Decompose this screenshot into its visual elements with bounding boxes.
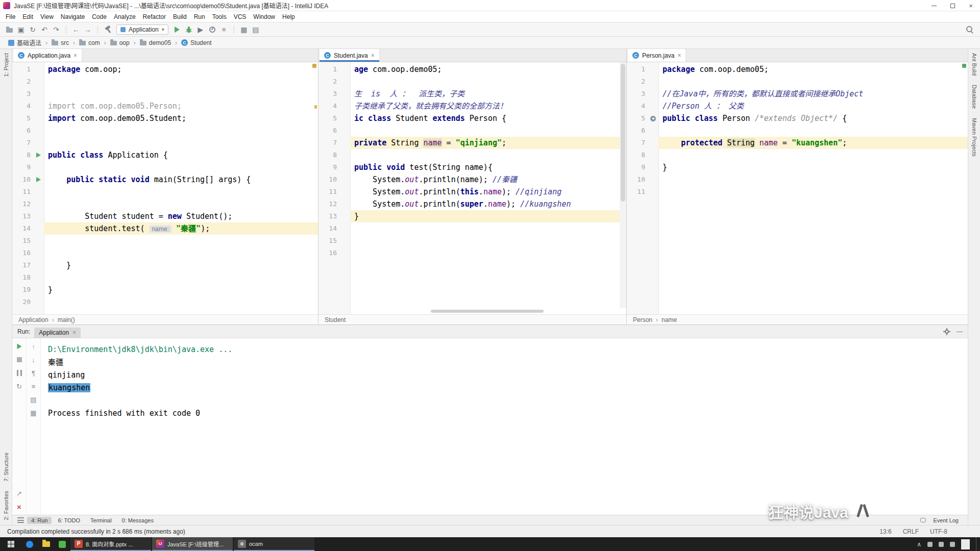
tool-window-button-terminal[interactable]: Terminal bbox=[86, 517, 116, 524]
soft-wrap-icon[interactable]: ¶ bbox=[30, 369, 38, 377]
taskbar-explorer-icon[interactable] bbox=[38, 537, 54, 551]
inspection-indicator[interactable] bbox=[312, 64, 316, 68]
code-text[interactable]: 子类继承了父类，就会拥有父类的全部方法！ bbox=[350, 100, 626, 112]
taskbar-button-intellij[interactable]: JavaSE [F:\班级管理... bbox=[152, 537, 233, 551]
code-text[interactable] bbox=[44, 161, 318, 173]
code-text[interactable] bbox=[44, 198, 318, 210]
pause-output-button[interactable] bbox=[15, 369, 23, 377]
tool-window-button-0-messages[interactable]: 0: Messages bbox=[118, 517, 158, 524]
forward-button[interactable]: → bbox=[83, 24, 93, 35]
code-text[interactable] bbox=[658, 124, 968, 137]
menu-navigate[interactable]: Navigate bbox=[57, 12, 88, 21]
code-text[interactable]: } bbox=[350, 210, 626, 222]
tool-window-button-6-todo[interactable]: 6: TODO bbox=[54, 517, 84, 524]
tool-button-maven-projects[interactable]: Maven Projects bbox=[971, 118, 977, 157]
close-panel-button[interactable]: × bbox=[15, 503, 23, 511]
breadcrumb-item-oop[interactable]: oop bbox=[108, 39, 132, 47]
code-text[interactable] bbox=[44, 247, 318, 259]
code-text[interactable]: age com.oop.demo05; bbox=[350, 63, 626, 76]
run-with-coverage-button[interactable]: ▶ bbox=[195, 24, 206, 35]
editor-breadcrumb-main[interactable]: main() bbox=[58, 316, 75, 323]
code-text[interactable] bbox=[44, 124, 318, 137]
tab-person-java[interactable]: Person.java × bbox=[628, 49, 686, 62]
menu-help[interactable]: Help bbox=[279, 12, 299, 21]
code-text[interactable]: package com.oop; bbox=[44, 63, 318, 76]
stop-button[interactable] bbox=[15, 356, 23, 364]
run-tab-application[interactable]: Application × bbox=[34, 328, 81, 338]
code-text[interactable]: } bbox=[44, 284, 318, 296]
taskbar-chat-icon[interactable] bbox=[54, 537, 70, 551]
restart-button[interactable]: ↻ bbox=[15, 382, 23, 390]
maximize-button[interactable] bbox=[943, 0, 962, 11]
inspection-indicator[interactable] bbox=[962, 64, 966, 68]
warning-stripe-mark[interactable] bbox=[314, 105, 317, 109]
code-text[interactable]: System.out.println(name); //秦疆 bbox=[350, 173, 626, 186]
tool-button-2-favorites[interactable]: 2: Favorites bbox=[3, 491, 9, 520]
taskbar-button-powerpoint[interactable]: 8. 面向对象.pptx ... bbox=[70, 537, 151, 551]
tray-icon[interactable] bbox=[950, 542, 955, 547]
stop-button[interactable]: ■ bbox=[219, 24, 229, 35]
code-text[interactable] bbox=[658, 149, 968, 161]
code-text[interactable]: //Person 人 ： 父类 bbox=[658, 100, 968, 112]
build-project-button[interactable] bbox=[103, 24, 113, 35]
breadcrumb-item-基础语法[interactable]: 基础语法 bbox=[6, 38, 43, 47]
show-desktop-button[interactable] bbox=[976, 537, 978, 551]
tool-button-7-structure[interactable]: 7: Structure bbox=[3, 453, 9, 482]
code-text[interactable] bbox=[44, 76, 318, 88]
code-text[interactable] bbox=[44, 235, 318, 247]
run-line-marker[interactable] bbox=[33, 149, 44, 161]
code-text[interactable] bbox=[350, 247, 626, 259]
run-configuration-select[interactable]: Application ▾ bbox=[116, 24, 168, 35]
horizontal-scrollbar[interactable] bbox=[350, 309, 619, 314]
code-text[interactable]: student.test( name: "秦疆"); bbox=[44, 222, 318, 235]
editor-breadcrumb-application[interactable]: Application bbox=[18, 316, 48, 323]
code-text[interactable] bbox=[658, 173, 968, 186]
code-text[interactable]: System.out.println(this.name); //qinjian… bbox=[350, 186, 626, 198]
menu-file[interactable]: File bbox=[2, 12, 19, 21]
start-button[interactable] bbox=[0, 537, 21, 551]
tray-icon[interactable] bbox=[939, 542, 944, 547]
undo-button[interactable]: ↶ bbox=[39, 24, 50, 35]
code-text[interactable] bbox=[350, 76, 626, 88]
coverage-grid-button[interactable]: ▦ bbox=[239, 24, 249, 35]
editor-body[interactable]: 1package com.oop.demo05;23//在Java中，所有的类，… bbox=[627, 62, 968, 314]
float-window-button[interactable]: ↗ bbox=[15, 489, 23, 497]
caret-position-widget[interactable]: 13:6 bbox=[879, 528, 891, 535]
code-text[interactable] bbox=[350, 235, 626, 247]
run-line-marker[interactable] bbox=[33, 173, 44, 186]
code-text[interactable] bbox=[350, 149, 626, 161]
menu-code[interactable]: Code bbox=[88, 12, 110, 21]
tool-button-1-project[interactable]: 1: Project bbox=[3, 53, 9, 77]
tab-application-java[interactable]: Application.java × bbox=[13, 49, 82, 62]
synchronize-button[interactable]: ↻ bbox=[28, 24, 38, 35]
code-text[interactable] bbox=[44, 88, 318, 100]
tab-student-java[interactable]: Student.java × bbox=[320, 49, 380, 62]
code-text[interactable]: //在Java中，所有的类，都默认直接或者间接继承Object bbox=[658, 88, 968, 100]
menu-refactor[interactable]: Refactor bbox=[139, 12, 169, 21]
code-text[interactable]: protected String name = "kuangshen"; bbox=[658, 137, 968, 149]
console-output[interactable]: D:\Environment\jdk8\jdk\bin\java.exe ...… bbox=[41, 338, 968, 515]
back-button[interactable]: ← bbox=[71, 24, 81, 35]
code-text[interactable]: ic class Student extends Person { bbox=[350, 112, 626, 124]
vertical-scrollbar[interactable] bbox=[620, 62, 626, 308]
tool-window-button-4-run[interactable]: 4: Run bbox=[27, 517, 52, 524]
clear-all-icon[interactable]: ▦ bbox=[30, 409, 38, 417]
code-text[interactable]: import com.oop.demo05.Student; bbox=[44, 112, 318, 124]
scroll-to-end-icon[interactable]: ≡ bbox=[30, 382, 38, 390]
code-text[interactable] bbox=[658, 186, 968, 198]
menu-analyze[interactable]: Analyze bbox=[110, 12, 139, 21]
code-text[interactable]: Student student = new Student(); bbox=[44, 210, 318, 222]
code-text[interactable]: } bbox=[44, 259, 318, 271]
code-text[interactable] bbox=[44, 296, 318, 308]
taskbar-browser-icon[interactable] bbox=[21, 537, 38, 551]
code-text[interactable]: public static void main(String[] args) { bbox=[44, 173, 318, 186]
code-text[interactable] bbox=[44, 186, 318, 198]
menu-edit[interactable]: Edit bbox=[19, 12, 37, 21]
debug-button[interactable] bbox=[184, 24, 194, 35]
tool-button-ant-build[interactable]: Ant Build bbox=[971, 53, 977, 76]
close-tab-icon[interactable]: × bbox=[677, 53, 681, 59]
close-button[interactable]: × bbox=[962, 0, 980, 11]
code-text[interactable]: 生 is 人 ： 派生类，子类 bbox=[350, 88, 626, 100]
editor-breadcrumb-name[interactable]: name bbox=[662, 316, 677, 323]
print-console-icon[interactable]: ▤ bbox=[30, 395, 38, 404]
